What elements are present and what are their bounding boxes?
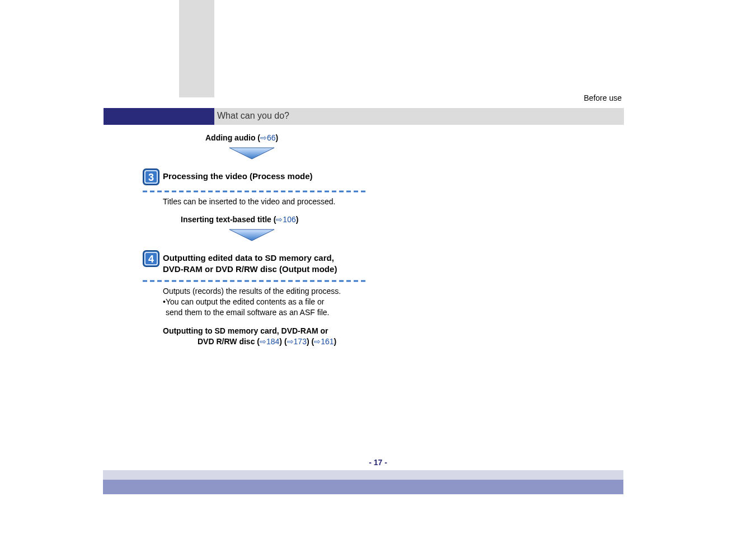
step4-suffix: ) <box>334 337 337 346</box>
step4-header: 4 Outputting edited data to SD memory ca… <box>143 250 534 275</box>
link-arrow-icon: ⇨ <box>260 133 267 142</box>
adding-audio-heading: Adding audio (⇨66) <box>205 133 534 142</box>
adding-audio-page-link[interactable]: 66 <box>267 133 276 142</box>
svg-marker-0 <box>229 148 274 159</box>
step3-subheading: Inserting text-based title (⇨106) <box>181 215 534 224</box>
step3-title: Processing the video (Process mode) <box>163 171 313 182</box>
down-arrow-icon <box>229 227 274 242</box>
step4-sub-prefix: DVD R/RW disc ( <box>198 337 260 346</box>
svg-text:4: 4 <box>148 254 154 265</box>
title-bar: What can you do? <box>104 108 624 125</box>
step4-title-line2: DVD-RAM or DVD R/RW disc (Output mode) <box>163 264 337 274</box>
flow-arrow-1 <box>229 146 534 162</box>
step4-badge-icon: 4 <box>143 250 159 267</box>
step3-body: Titles can be inserted to the video and … <box>163 196 534 207</box>
svg-text:3: 3 <box>148 172 154 183</box>
step4-body: Outputs (records) the results of the edi… <box>163 286 534 318</box>
svg-marker-5 <box>229 229 274 241</box>
link-arrow-icon: ⇨ <box>287 337 294 346</box>
step4-subheading: Outputting to SD memory card, DVD-RAM or… <box>163 326 534 347</box>
down-arrow-icon <box>229 146 274 160</box>
step4-body-line2b: send them to the email software as an AS… <box>166 308 330 317</box>
step4-divider-icon <box>143 280 367 282</box>
link-arrow-icon: ⇨ <box>260 337 266 346</box>
step4-title: Outputting edited data to SD memory card… <box>163 252 337 275</box>
footer-bar-dark <box>103 480 623 494</box>
step4-body-line2a: You can output the edited contents as a … <box>166 297 325 306</box>
step4-mid1: ) ( <box>279 337 287 346</box>
link-arrow-icon: ⇨ <box>276 215 283 224</box>
step4-page-link-3[interactable]: 161 <box>321 337 334 346</box>
step3-sub-suffix: ) <box>296 215 299 224</box>
link-arrow-icon: ⇨ <box>314 337 321 346</box>
title-bar-accent <box>104 108 214 125</box>
footer-bar-light <box>103 470 623 480</box>
step4-mid2: ) ( <box>307 337 314 346</box>
step3-badge-icon: 3 <box>143 168 159 185</box>
step3-divider-icon <box>143 190 367 193</box>
page-number: - 17 - <box>0 458 756 467</box>
top-left-decorative-block <box>179 0 214 97</box>
step4-sub-line1: Outputting to SD memory card, DVD-RAM or <box>163 326 328 335</box>
step4-page-link-2[interactable]: 173 <box>294 337 307 346</box>
header-context-label: Before use <box>584 93 622 102</box>
step3-sub-prefix: Inserting text-based title ( <box>181 215 276 224</box>
page-title: What can you do? <box>217 111 289 121</box>
adding-audio-suffix: ) <box>276 133 279 142</box>
step3-page-link[interactable]: 106 <box>283 215 295 224</box>
flow-arrow-2 <box>229 227 534 243</box>
step4-page-link-1[interactable]: 184 <box>266 337 279 346</box>
step3-header: 3 Processing the video (Process mode) <box>143 168 534 185</box>
step4-title-line1: Outputting edited data to SD memory card… <box>163 253 334 263</box>
adding-audio-prefix: Adding audio ( <box>205 133 260 142</box>
step4-body-line1: Outputs (records) the results of the edi… <box>163 287 341 296</box>
